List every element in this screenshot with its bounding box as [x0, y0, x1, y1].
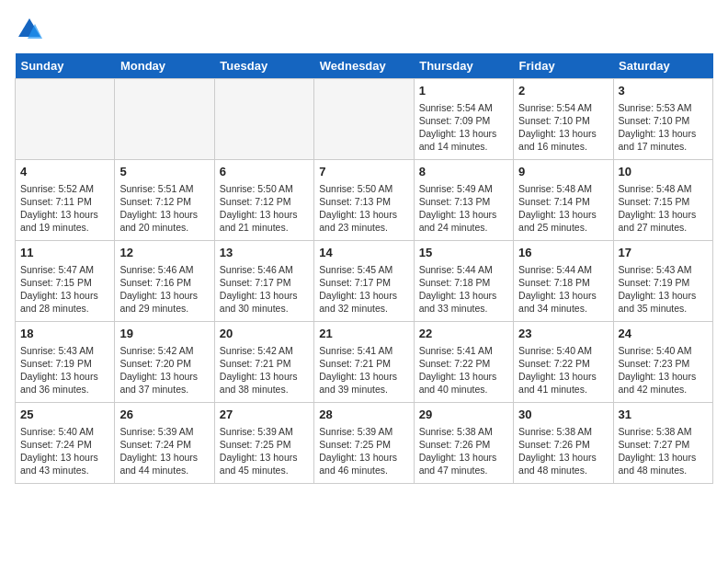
day-info-line: Sunset: 7:25 PM: [319, 438, 408, 451]
day-info-line: and 34 minutes.: [518, 302, 608, 315]
calendar-cell: 24Sunrise: 5:40 AMSunset: 7:23 PMDayligh…: [613, 322, 712, 403]
day-info-line: Sunrise: 5:41 AM: [419, 344, 508, 357]
day-number: 9: [518, 164, 608, 180]
day-info-line: and 28 minutes.: [20, 302, 109, 315]
day-info-line: Sunrise: 5:42 AM: [220, 344, 309, 357]
day-info-line: and 39 minutes.: [319, 383, 408, 396]
day-info-line: Daylight: 13 hours: [518, 451, 608, 464]
day-info-line: Sunrise: 5:50 AM: [220, 182, 309, 195]
day-info-line: Daylight: 13 hours: [319, 208, 408, 221]
day-info-line: Sunrise: 5:52 AM: [20, 182, 109, 195]
day-info-line: Sunset: 7:10 PM: [518, 114, 608, 127]
day-info-line: and 37 minutes.: [119, 383, 209, 396]
day-info-line: Sunrise: 5:43 AM: [20, 344, 109, 357]
day-info-line: Sunset: 7:21 PM: [220, 357, 309, 370]
weekday-header-row: SundayMondayTuesdayWednesdayThursdayFrid…: [16, 53, 713, 79]
day-info-line: Daylight: 13 hours: [20, 208, 109, 221]
weekday-header-sunday: Sunday: [16, 53, 115, 79]
day-info-line: Sunset: 7:18 PM: [419, 276, 508, 289]
day-info-line: Sunrise: 5:39 AM: [220, 425, 309, 438]
day-info-line: Daylight: 13 hours: [619, 127, 708, 140]
day-number: 29: [419, 407, 508, 423]
calendar-cell: 6Sunrise: 5:50 AMSunset: 7:12 PMDaylight…: [214, 160, 313, 241]
day-info-line: Sunset: 7:24 PM: [119, 438, 209, 451]
calendar-cell: [314, 79, 414, 160]
day-info-line: Daylight: 13 hours: [518, 370, 608, 383]
day-info-line: Sunrise: 5:40 AM: [20, 425, 109, 438]
day-info-line: Sunset: 7:19 PM: [20, 357, 109, 370]
day-info-line: Daylight: 13 hours: [220, 289, 309, 302]
calendar-cell: 16Sunrise: 5:44 AMSunset: 7:18 PMDayligh…: [514, 241, 613, 322]
day-info-line: Sunset: 7:19 PM: [619, 276, 708, 289]
day-info-line: Sunset: 7:18 PM: [518, 276, 608, 289]
calendar-cell: 20Sunrise: 5:42 AMSunset: 7:21 PMDayligh…: [214, 322, 313, 403]
logo: [15, 15, 48, 44]
calendar-cell: 30Sunrise: 5:38 AMSunset: 7:26 PMDayligh…: [514, 403, 613, 484]
day-info-line: and 46 minutes.: [319, 464, 408, 477]
calendar-cell: 28Sunrise: 5:39 AMSunset: 7:25 PMDayligh…: [314, 403, 414, 484]
day-number: 17: [619, 245, 708, 261]
day-info-line: Daylight: 13 hours: [220, 370, 309, 383]
day-info-line: Daylight: 13 hours: [119, 370, 209, 383]
day-info-line: Daylight: 13 hours: [20, 370, 109, 383]
day-info-line: and 48 minutes.: [619, 464, 708, 477]
day-number: 25: [20, 407, 109, 423]
day-info-line: Sunset: 7:11 PM: [20, 195, 109, 208]
day-info-line: Sunrise: 5:54 AM: [518, 101, 608, 114]
day-number: 28: [319, 407, 408, 423]
calendar-cell: 13Sunrise: 5:46 AMSunset: 7:17 PMDayligh…: [214, 241, 313, 322]
calendar-cell: 29Sunrise: 5:38 AMSunset: 7:26 PMDayligh…: [414, 403, 513, 484]
day-number: 13: [220, 245, 309, 261]
day-info-line: Daylight: 13 hours: [119, 208, 209, 221]
day-number: 15: [419, 245, 508, 261]
day-info-line: Daylight: 13 hours: [419, 208, 508, 221]
calendar-cell: 25Sunrise: 5:40 AMSunset: 7:24 PMDayligh…: [16, 403, 115, 484]
calendar-week-2: 4Sunrise: 5:52 AMSunset: 7:11 PMDaylight…: [16, 160, 713, 241]
day-number: 14: [319, 245, 408, 261]
day-info-line: Daylight: 13 hours: [619, 451, 708, 464]
day-info-line: Daylight: 13 hours: [518, 289, 608, 302]
day-info-line: and 48 minutes.: [518, 464, 608, 477]
calendar-cell: 17Sunrise: 5:43 AMSunset: 7:19 PMDayligh…: [613, 241, 712, 322]
day-number: 26: [119, 407, 209, 423]
calendar-cell: [214, 79, 313, 160]
day-info-line: and 33 minutes.: [419, 302, 508, 315]
calendar-cell: 8Sunrise: 5:49 AMSunset: 7:13 PMDaylight…: [414, 160, 513, 241]
day-info-line: Sunset: 7:27 PM: [619, 438, 708, 451]
day-info-line: Sunrise: 5:44 AM: [419, 263, 508, 276]
day-number: 24: [619, 326, 708, 342]
day-info-line: Sunrise: 5:44 AM: [518, 263, 608, 276]
day-info-line: Daylight: 13 hours: [619, 370, 708, 383]
day-info-line: and 42 minutes.: [619, 383, 708, 396]
calendar-week-3: 11Sunrise: 5:47 AMSunset: 7:15 PMDayligh…: [16, 241, 713, 322]
day-info-line: and 17 minutes.: [619, 140, 708, 153]
day-number: 8: [419, 164, 508, 180]
weekday-header-tuesday: Tuesday: [214, 53, 313, 79]
day-info-line: Sunrise: 5:42 AM: [119, 344, 209, 357]
day-number: 20: [220, 326, 309, 342]
day-info-line: and 24 minutes.: [419, 221, 508, 234]
day-info-line: Daylight: 13 hours: [20, 289, 109, 302]
calendar-cell: 5Sunrise: 5:51 AMSunset: 7:12 PMDaylight…: [115, 160, 214, 241]
day-info-line: Sunset: 7:21 PM: [319, 357, 408, 370]
calendar-cell: 27Sunrise: 5:39 AMSunset: 7:25 PMDayligh…: [214, 403, 313, 484]
calendar-cell: 10Sunrise: 5:48 AMSunset: 7:15 PMDayligh…: [613, 160, 712, 241]
day-info-line: Daylight: 13 hours: [220, 451, 309, 464]
day-number: 31: [619, 407, 708, 423]
day-info-line: Sunset: 7:14 PM: [518, 195, 608, 208]
day-info-line: Sunset: 7:17 PM: [319, 276, 408, 289]
day-info-line: Sunset: 7:17 PM: [220, 276, 309, 289]
day-info-line: Sunrise: 5:40 AM: [619, 344, 708, 357]
day-info-line: and 20 minutes.: [119, 221, 209, 234]
day-info-line: Daylight: 13 hours: [619, 289, 708, 302]
day-number: 4: [20, 164, 109, 180]
day-info-line: and 38 minutes.: [220, 383, 309, 396]
calendar-cell: 12Sunrise: 5:46 AMSunset: 7:16 PMDayligh…: [115, 241, 214, 322]
calendar-cell: 3Sunrise: 5:53 AMSunset: 7:10 PMDaylight…: [613, 79, 712, 160]
day-info-line: Sunset: 7:22 PM: [518, 357, 608, 370]
day-info-line: Daylight: 13 hours: [419, 370, 508, 383]
day-number: 1: [419, 83, 508, 99]
day-info-line: and 14 minutes.: [419, 140, 508, 153]
day-info-line: and 41 minutes.: [518, 383, 608, 396]
day-number: 22: [419, 326, 508, 342]
